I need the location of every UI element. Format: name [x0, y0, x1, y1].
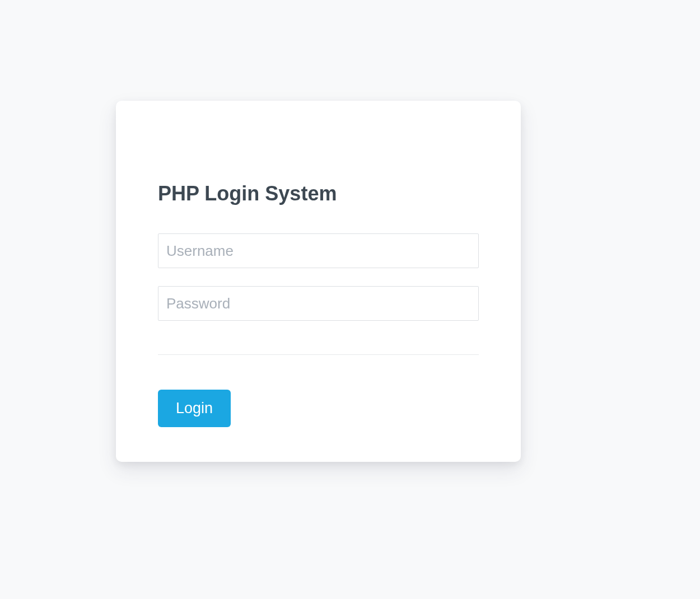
divider [158, 354, 479, 355]
login-card: PHP Login System Login [116, 101, 521, 462]
password-input[interactable] [158, 286, 479, 321]
login-button[interactable]: Login [158, 390, 231, 427]
username-input[interactable] [158, 233, 479, 268]
page-title: PHP Login System [158, 182, 479, 205]
